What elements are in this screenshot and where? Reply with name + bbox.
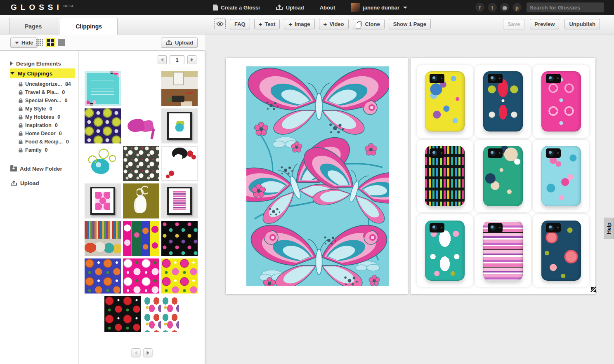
create-glossi-button[interactable]: Create a Glossi <box>213 5 260 11</box>
tab-pages[interactable]: Pages <box>9 18 57 34</box>
twitter-icon[interactable]: t <box>488 3 497 12</box>
folder-item-home-decor[interactable]: Home Decor0 <box>19 129 78 138</box>
sidebar-item-design-elements[interactable]: Design Elements <box>10 59 78 68</box>
view-grid-medium-button[interactable] <box>46 38 55 47</box>
help-tab[interactable]: Help <box>604 218 614 239</box>
unpublish-label: Unpublish <box>569 21 595 27</box>
case-tile-navy-damask-case[interactable] <box>475 65 531 138</box>
tab-clippings[interactable]: Clippings <box>60 18 118 35</box>
clipping-thumbnail-magenta-white-roses[interactable] <box>123 258 159 294</box>
folder-item-travel-pla[interactable]: Travel & Pla...0 <box>19 88 78 96</box>
preview-button[interactable]: Preview <box>530 19 559 29</box>
add-image-label: Image <box>295 21 310 27</box>
folder-item-my-hobbies[interactable]: My Hobbies0 <box>19 113 78 121</box>
clipping-thumbnail-pink-lace-shoes[interactable] <box>123 108 159 143</box>
clipping-thumbnail-framed-pink-damask[interactable] <box>85 183 121 218</box>
page-left[interactable] <box>226 58 408 294</box>
add-video-button[interactable]: + Video <box>319 19 349 29</box>
clipping-thumbnail-blue-orange-roses[interactable] <box>85 258 121 294</box>
case-tile-green-floral-case[interactable] <box>475 140 531 212</box>
preview-eye-button[interactable] <box>214 19 226 29</box>
user-menu[interactable]: janene dunbar <box>351 3 407 12</box>
create-glossi-label: Create a Glossi <box>221 5 260 11</box>
case-tile-navy-rose-case[interactable] <box>533 214 589 287</box>
add-text-button[interactable]: + Text <box>254 19 280 29</box>
clipping-thumbnail-white-blossoms-photo[interactable] <box>123 146 159 181</box>
chevron-down-icon <box>15 42 19 44</box>
save-button[interactable]: Save <box>503 19 524 29</box>
clipping-thumbnail-skull-girl-print[interactable] <box>161 146 198 181</box>
next-page-button-bottom[interactable] <box>143 348 152 357</box>
clipping-thumbnail-craft-room-photo[interactable] <box>85 221 121 256</box>
pinterest-icon[interactable]: p <box>512 3 522 12</box>
view-grid-large-button[interactable] <box>58 39 65 46</box>
sidebar-upload-button[interactable]: Upload <box>10 180 78 186</box>
page-right[interactable] <box>411 58 595 294</box>
folder-label: My Hobbies <box>25 114 54 120</box>
case-tile-teal-damask-case[interactable] <box>417 214 473 287</box>
folder-item-uncategorize[interactable]: Uncategorize...84 <box>19 80 78 88</box>
arrow-left-icon <box>161 58 163 62</box>
clipping-thumbnail-sugar-skulls-pattern[interactable] <box>143 296 179 332</box>
arrow-right-icon <box>191 58 193 62</box>
folder-count: 0 <box>57 114 60 120</box>
topbar-upload-button[interactable]: Upload <box>276 4 304 11</box>
case-tile-yellow-paisley-case[interactable] <box>417 65 473 138</box>
case-tile-pink-wave-case[interactable] <box>475 214 531 287</box>
glossi-logo[interactable]: GLOSSIBETA <box>11 3 74 12</box>
clipping-thumbnail-black-argyle-pattern[interactable] <box>161 221 198 256</box>
panel-upload-button[interactable]: Upload <box>161 38 198 48</box>
prev-page-button[interactable] <box>158 55 167 64</box>
clone-icon <box>357 21 362 26</box>
folder-item-special-even[interactable]: Special Even...0 <box>19 96 78 105</box>
camera-cutout <box>546 223 561 232</box>
case-tile-black-geometric-case[interactable] <box>417 140 473 212</box>
add-new-folder-button[interactable]: Add New Folder <box>10 166 78 172</box>
instagram-icon[interactable]: ◉ <box>500 3 509 12</box>
panel-upload-label: Upload <box>175 40 193 46</box>
search-input[interactable] <box>530 5 602 11</box>
faq-button[interactable]: FAQ <box>230 19 250 29</box>
camera-cutout <box>488 223 503 232</box>
clipping-thumbnail-white-deer-head[interactable] <box>123 183 159 218</box>
camera-cutout <box>488 148 503 158</box>
folder-item-inspiration[interactable]: Inspiration0 <box>19 121 78 129</box>
clipping-thumbnail-striped-floral-pattern[interactable] <box>123 221 159 256</box>
add-image-button[interactable]: + Image <box>284 19 314 29</box>
about-link[interactable]: About <box>320 5 335 11</box>
butterfly-pattern-image[interactable] <box>246 66 389 286</box>
clipping-thumbnail-black-red-roses[interactable] <box>104 296 141 332</box>
clipping-thumbnail-framed-pink-stripes[interactable] <box>161 183 198 218</box>
facebook-icon[interactable]: f <box>475 3 484 12</box>
show-pages-label: Show 1 Page <box>393 21 426 27</box>
clipping-thumbnail-navy-chartreuse-damask[interactable] <box>85 108 121 143</box>
view-grid-small-button[interactable] <box>36 39 43 46</box>
sidebar-item-my-clippings[interactable]: My Clippings <box>10 68 75 78</box>
next-page-button[interactable] <box>187 55 196 64</box>
camera-cutout <box>430 223 444 232</box>
unpublish-button[interactable]: Unpublish <box>564 19 600 29</box>
case-tile-pink-swirl-case[interactable] <box>533 65 589 138</box>
show-pages-button[interactable]: Show 1 Page <box>389 19 431 29</box>
prev-page-button-bottom[interactable] <box>131 348 140 357</box>
clipping-thumbnail-framed-girl-print[interactable] <box>161 108 198 143</box>
my-clippings-label: My Clippings <box>18 70 52 77</box>
hide-panel-button[interactable]: Hide <box>10 38 38 48</box>
clipping-thumbnail-teal-bird-art[interactable] <box>85 146 121 181</box>
arrow-left-icon <box>135 351 137 355</box>
folder-item-family[interactable]: Family0 <box>19 146 78 154</box>
resize-handle-icon[interactable] <box>589 285 598 294</box>
clipping-thumbnail-living-room-photo[interactable] <box>161 71 198 106</box>
lock-icon <box>19 139 23 144</box>
clipping-thumbnail-yellow-pink-roses[interactable] <box>161 258 198 294</box>
clipping-thumbnail-teal-collaboration-card[interactable] <box>85 71 121 106</box>
case-tile-aqua-butterfly-case[interactable] <box>533 140 589 212</box>
lock-icon <box>19 148 23 153</box>
folder-item-my-style[interactable]: My Style0 <box>19 105 78 113</box>
page-number-input[interactable] <box>170 55 184 64</box>
clone-button[interactable]: Clone <box>353 19 385 29</box>
grid-large-icon <box>58 39 65 46</box>
lock-icon <box>19 123 23 128</box>
folder-label: My Style <box>25 106 46 112</box>
folder-item-food-recip[interactable]: Food & Recip...0 <box>19 138 78 146</box>
